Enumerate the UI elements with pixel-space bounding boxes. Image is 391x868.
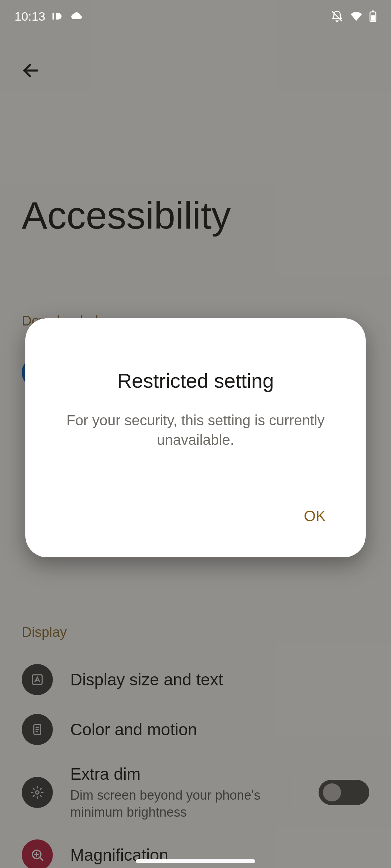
svg-rect-23 <box>372 10 374 12</box>
dialog-title: Restricted setting <box>51 369 340 392</box>
battery-icon <box>369 10 377 22</box>
gesture-nav-bar[interactable] <box>136 859 255 863</box>
restricted-setting-dialog: Restricted setting For your security, th… <box>25 318 366 557</box>
wifi-icon <box>350 11 363 21</box>
dnd-off-icon <box>331 10 343 22</box>
svg-rect-19 <box>52 13 54 20</box>
dialog-body: For your security, this setting is curre… <box>51 410 340 450</box>
id-indicator-icon <box>52 12 63 21</box>
svg-rect-22 <box>371 15 375 21</box>
status-time: 10:13 <box>14 9 45 24</box>
status-bar: 10:13 <box>0 0 391 33</box>
dialog-ok-button[interactable]: OK <box>289 500 340 532</box>
cloud-icon <box>70 12 83 21</box>
